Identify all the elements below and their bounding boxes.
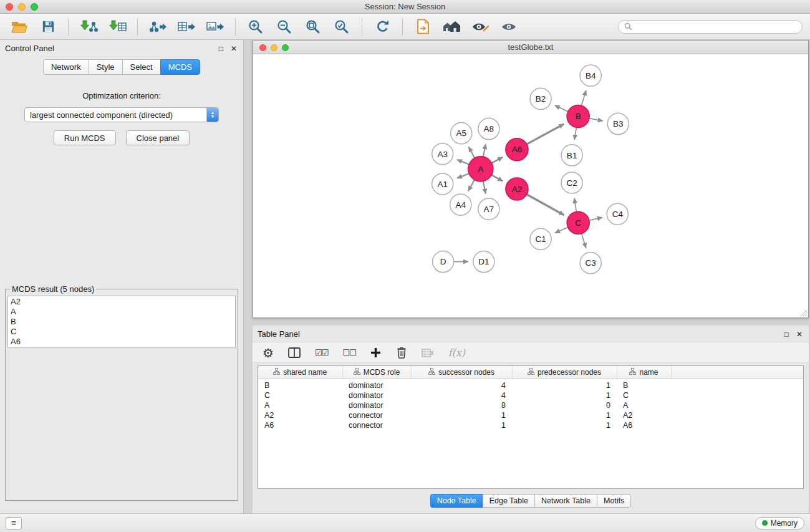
zoom-selected-button[interactable] (329, 16, 355, 37)
table-row[interactable]: A6connector11A6 (258, 420, 803, 430)
export-image-button[interactable] (202, 16, 228, 37)
edge-A-A8[interactable] (483, 144, 486, 157)
column-header-shared-name[interactable]: shared name (258, 366, 342, 379)
search-box[interactable] (618, 20, 803, 34)
add-row-button[interactable] (370, 348, 382, 357)
graph-node-B[interactable]: B (567, 105, 589, 127)
show-graphics-details-button[interactable] (496, 16, 522, 37)
edge-A-A4[interactable] (468, 180, 475, 191)
graph-node-A1[interactable]: A1 (432, 173, 453, 195)
graph-node-B1[interactable]: B1 (561, 145, 582, 166)
graph-node-C[interactable]: C (567, 211, 589, 234)
table-row[interactable]: Adominator80A (258, 400, 803, 410)
tab-network-table[interactable]: Network Table (534, 494, 597, 508)
graph-node-C2[interactable]: C2 (561, 172, 582, 193)
import-table-button[interactable] (104, 16, 130, 37)
graph-node-C3[interactable]: C3 (580, 253, 601, 274)
graph-node-A5[interactable]: A5 (451, 123, 472, 144)
zoom-out-button[interactable] (271, 16, 297, 37)
resize-grip-icon[interactable] (800, 309, 808, 317)
graph-node-A8[interactable]: A8 (478, 118, 499, 139)
column-header-name[interactable]: name (617, 366, 671, 379)
edge-C-C3[interactable] (582, 234, 586, 248)
column-header-successor-nodes[interactable]: successor nodes (411, 366, 512, 379)
edge-A-A7[interactable] (483, 181, 486, 194)
tab-style[interactable]: Style (89, 59, 123, 75)
table-row[interactable]: A2connector11A2 (258, 410, 803, 420)
mcds-result-list[interactable]: A2ABCA6 (7, 296, 236, 348)
column-header-MCDS-role[interactable]: MCDS role (342, 366, 411, 379)
edge-C-C1[interactable] (555, 228, 568, 233)
float-table-panel-icon[interactable]: □ (784, 330, 789, 339)
edge-B-B3[interactable] (589, 118, 603, 121)
column-header-predecessor-nodes[interactable]: predecessor nodes (512, 366, 617, 379)
export-network-button[interactable] (145, 16, 171, 37)
edge-B-B2[interactable] (555, 105, 568, 112)
network-canvas[interactable]: AA6A2BCA1A3A4A5A7A8B1B2B3B4C1C2C3C4DD1 (253, 54, 808, 317)
delete-row-button[interactable] (396, 347, 407, 359)
close-window-icon[interactable] (6, 3, 13, 11)
tab-mcds[interactable]: MCDS (160, 59, 200, 75)
deselect-all-button[interactable]: ☐☐ (342, 348, 355, 357)
tab-network[interactable]: Network (43, 59, 89, 75)
close-panel-button[interactable]: Close panel (126, 130, 190, 145)
tab-node-table[interactable]: Node Table (430, 494, 483, 508)
edge-B-B4[interactable] (581, 90, 586, 105)
maximize-window-icon[interactable] (31, 3, 38, 11)
close-network-icon[interactable] (259, 44, 266, 51)
float-panel-icon[interactable]: □ (219, 44, 223, 53)
edge-A-A1[interactable] (457, 173, 469, 178)
graph-node-D1[interactable]: D1 (473, 251, 494, 272)
search-input[interactable] (635, 22, 796, 31)
tab-edge-table[interactable]: Edge Table (483, 494, 535, 508)
graph-node-C1[interactable]: C1 (530, 228, 551, 249)
edge-B-B1[interactable] (574, 127, 576, 140)
graph-node-A4[interactable]: A4 (450, 194, 471, 215)
graph-node-C4[interactable]: C4 (607, 203, 628, 225)
graph-node-A7[interactable]: A7 (478, 198, 499, 220)
graph-node-B2[interactable]: B2 (530, 88, 551, 109)
table-row[interactable]: Cdominator41C (258, 390, 803, 400)
minimize-window-icon[interactable] (18, 3, 26, 11)
graph-node-A6[interactable]: A6 (506, 138, 528, 161)
open-recent-session-button[interactable] (410, 16, 436, 37)
open-session-button[interactable] (6, 16, 32, 37)
table-settings-button[interactable]: ⚙ (263, 347, 274, 359)
tab-motifs[interactable]: Motifs (597, 494, 631, 508)
table-row[interactable]: Bdominator41B (258, 379, 803, 390)
export-table-button[interactable] (173, 16, 200, 37)
network-graph[interactable]: AA6A2BCA1A3A4A5A7A8B1B2B3B4C1C2C3C4DD1 (253, 54, 808, 317)
graph-node-A2[interactable]: A2 (506, 178, 528, 200)
run-mcds-button[interactable]: Run MCDS (54, 130, 116, 145)
task-history-button[interactable]: ≡ (6, 517, 22, 530)
graph-node-D[interactable]: D (433, 251, 454, 272)
edge-C-C2[interactable] (574, 198, 576, 212)
edge-A-A2[interactable] (491, 175, 503, 181)
criterion-dropdown[interactable]: largest connected component (directed) ▲… (24, 107, 219, 122)
tab-select[interactable]: Select (122, 59, 161, 75)
maximize-network-icon[interactable] (282, 44, 289, 51)
edge-C-C4[interactable] (589, 218, 602, 221)
zoom-in-button[interactable] (243, 16, 269, 37)
graph-node-B3[interactable]: B3 (607, 113, 629, 134)
column-visibility-button[interactable] (288, 347, 301, 358)
edge-A-A3[interactable] (457, 160, 469, 165)
edge-A-A6[interactable] (491, 157, 503, 163)
minimize-network-icon[interactable] (271, 44, 277, 51)
close-panel-icon[interactable]: ✕ (231, 44, 237, 53)
edge-A6-B[interactable] (527, 124, 564, 144)
save-session-button[interactable] (35, 16, 61, 37)
close-table-panel-icon[interactable]: ✕ (796, 330, 803, 339)
memory-button[interactable]: Memory (755, 517, 804, 530)
edge-A2-C[interactable] (527, 195, 564, 215)
select-all-button[interactable]: ☑☑ (315, 348, 328, 357)
zoom-fit-button[interactable] (300, 16, 326, 37)
import-network-button[interactable] (75, 16, 102, 37)
graph-node-A[interactable]: A (468, 157, 493, 181)
refresh-button[interactable] (369, 16, 395, 37)
graph-node-B4[interactable]: B4 (580, 65, 601, 86)
edge-A-A5[interactable] (469, 147, 475, 158)
style-preview-button[interactable] (467, 16, 493, 37)
graph-node-A3[interactable]: A3 (432, 143, 453, 165)
home-button[interactable] (438, 16, 465, 37)
